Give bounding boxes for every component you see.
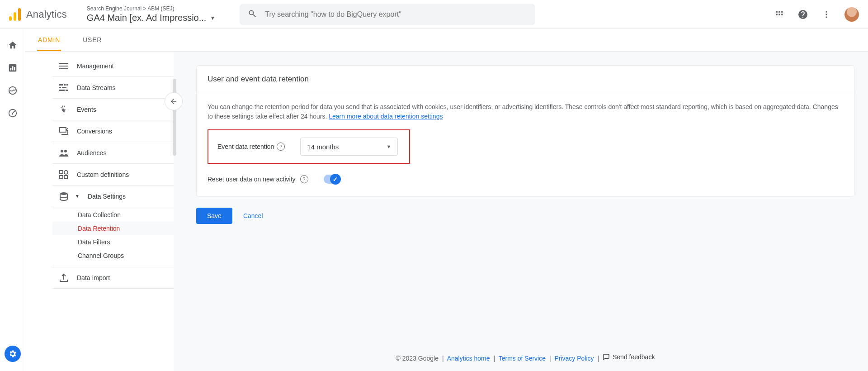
admin-sidebar: Management Data Streams Events Conversio… [52, 52, 174, 371]
admin-tabbar: ADMIN USER [25, 29, 868, 52]
svg-point-29 [61, 150, 63, 152]
svg-rect-33 [60, 176, 63, 179]
reports-icon[interactable] [7, 62, 18, 73]
sidebar-item-data-streams[interactable]: Data Streams [52, 77, 174, 99]
collapse-sidebar-button[interactable] [165, 92, 183, 110]
search-input[interactable] [265, 10, 527, 19]
tab-user[interactable]: USER [82, 36, 103, 51]
data-import-icon [59, 273, 69, 283]
help-icon[interactable] [797, 9, 808, 20]
custom-definitions-icon [59, 170, 69, 180]
more-vert-icon[interactable] [821, 9, 832, 20]
footer-tos[interactable]: Terms of Service [499, 355, 546, 362]
svg-rect-26 [59, 90, 65, 91]
admin-gear-button[interactable] [5, 346, 21, 362]
subitem-data-filters[interactable]: Data Filters [52, 235, 174, 249]
sidebar-label: Data Import [77, 274, 110, 281]
property-name: GA4 Main [ex. Ad Impressio... [87, 13, 207, 23]
sidebar-item-events[interactable]: Events [52, 99, 174, 120]
chevron-down-icon: ▼ [75, 194, 80, 199]
help-icon[interactable]: ? [277, 143, 285, 151]
search-icon [248, 9, 257, 19]
cancel-button[interactable]: Cancel [243, 212, 263, 219]
sidebar-scrollbar[interactable] [173, 79, 176, 156]
property-selector[interactable]: Search Engine Journal > ABM (SEJ) GA4 Ma… [87, 5, 215, 23]
retention-value: 14 months [307, 143, 339, 151]
subitem-channel-groups[interactable]: Channel Groups [52, 249, 174, 262]
conversions-icon [59, 126, 69, 136]
svg-rect-34 [64, 176, 67, 179]
card-title: User and event data retention [197, 66, 854, 93]
sidebar-item-custom-definitions[interactable]: Custom definitions [52, 164, 174, 186]
subitem-data-collection[interactable]: Data Collection [52, 208, 174, 222]
svg-rect-20 [59, 68, 68, 69]
svg-rect-0 [9, 16, 12, 21]
feedback-label: Send feedback [613, 353, 655, 361]
footer-privacy[interactable]: Privacy Policy [554, 355, 594, 362]
card-description: You can change the retention period for … [208, 102, 843, 121]
retention-card: User and event data retention You can ch… [196, 65, 854, 197]
sidebar-item-data-import[interactable]: Data Import [52, 267, 174, 289]
svg-rect-24 [59, 87, 61, 88]
sidebar-label: Data Settings [88, 193, 126, 200]
retention-select[interactable]: 14 months ▼ [300, 138, 398, 156]
sidebar-item-audiences[interactable]: Audiences [52, 142, 174, 164]
svg-point-30 [64, 150, 67, 152]
sidebar-item-data-settings[interactable]: ▼ Data Settings [52, 186, 174, 207]
reset-user-data-row: Reset user data on new activity ? [208, 175, 843, 184]
management-icon [59, 61, 69, 71]
content-area: ADMIN USER Management Data Streams [25, 29, 868, 371]
svg-point-10 [826, 14, 827, 15]
svg-rect-22 [64, 84, 66, 86]
svg-rect-27 [66, 90, 68, 91]
left-nav-rail [0, 29, 25, 371]
reset-toggle[interactable] [324, 175, 340, 184]
sidebar-item-conversions[interactable]: Conversions [52, 120, 174, 142]
breadcrumb: Search Engine Journal > ABM (SEJ) [87, 5, 215, 12]
reset-label: Reset user data on new activity [208, 176, 296, 183]
svg-point-9 [826, 11, 827, 12]
events-icon [59, 105, 69, 114]
sidebar-label: Management [77, 62, 114, 70]
svg-rect-7 [778, 14, 780, 15]
svg-rect-5 [781, 11, 783, 12]
home-icon[interactable] [7, 40, 18, 51]
svg-rect-21 [59, 84, 63, 86]
svg-rect-13 [10, 68, 11, 71]
feedback-icon [603, 353, 610, 361]
chevron-down-icon: ▼ [386, 144, 391, 149]
subitem-data-retention[interactable]: Data Retention [52, 222, 174, 235]
description-text: You can change the retention period for … [208, 103, 838, 120]
user-avatar[interactable] [844, 7, 859, 22]
footer-analytics-home[interactable]: Analytics home [447, 355, 490, 362]
panel-row: Management Data Streams Events Conversio… [25, 52, 868, 371]
admin-sidebar-wrapper: Management Data Streams Events Conversio… [25, 52, 174, 371]
explore-icon[interactable] [7, 85, 18, 96]
chevron-down-icon: ▼ [210, 15, 215, 21]
search-bar[interactable] [240, 4, 535, 25]
apps-icon[interactable] [774, 9, 785, 20]
data-streams-icon [59, 83, 69, 93]
learn-more-link[interactable]: Learn more about data retention settings [329, 113, 443, 120]
product-logo[interactable]: Analytics [9, 8, 67, 21]
svg-rect-14 [12, 66, 13, 70]
svg-rect-4 [778, 11, 780, 12]
svg-point-35 [60, 192, 67, 195]
page-footer: © 2023 Google | Analytics home | Terms o… [196, 349, 854, 371]
analytics-logo-icon [9, 8, 21, 21]
sidebar-label: Events [77, 106, 96, 113]
save-button[interactable]: Save [196, 208, 232, 224]
form-actions: Save Cancel [196, 208, 854, 224]
svg-point-32 [64, 171, 68, 174]
svg-rect-6 [776, 14, 778, 15]
advertising-icon[interactable] [7, 108, 18, 119]
sidebar-item-management[interactable]: Management [52, 55, 174, 77]
product-name: Analytics [26, 9, 67, 20]
svg-rect-28 [60, 128, 66, 132]
audiences-icon [59, 148, 69, 158]
help-icon[interactable]: ? [300, 175, 308, 183]
app-shell: ADMIN USER Management Data Streams [0, 29, 868, 371]
svg-rect-2 [18, 8, 21, 21]
send-feedback-button[interactable]: Send feedback [603, 353, 655, 361]
tab-admin[interactable]: ADMIN [37, 36, 61, 51]
